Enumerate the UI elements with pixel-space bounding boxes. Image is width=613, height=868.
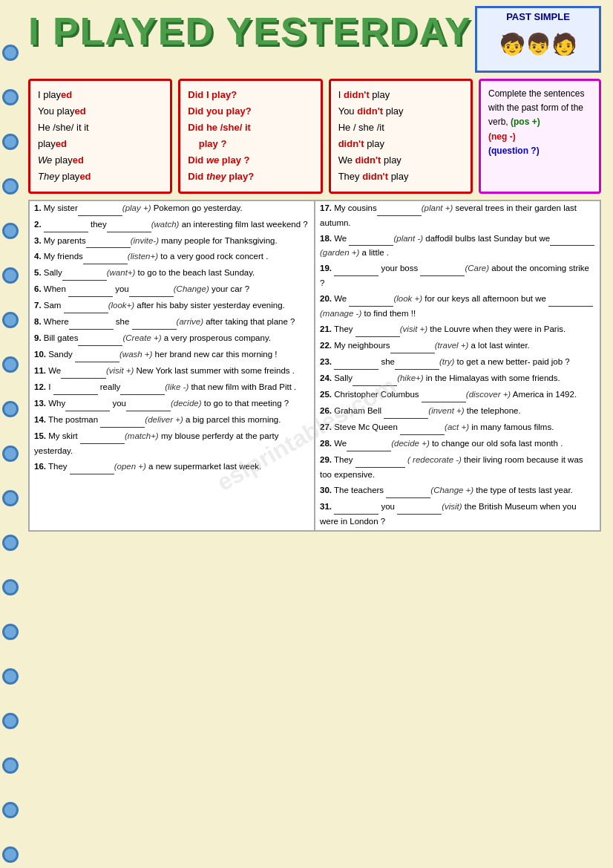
exercise-14: 14. The postman (deliver +) a big parcel… — [34, 413, 309, 428]
exercise-9: 9. Bill gates (Create +) a very prospero… — [34, 331, 309, 346]
exercise-26: 26. Graham Bell (invent +) the telephone… — [320, 404, 595, 419]
exercise-22: 22. My neighbours (travel +) a lot last … — [320, 339, 595, 353]
blank-13b — [126, 397, 171, 411]
instruction-pos: (pos +) — [511, 117, 540, 127]
pos-line-4: We played — [38, 152, 163, 169]
blank-28 — [347, 437, 391, 451]
blank-22 — [390, 339, 435, 353]
exercise-15: 15. My skirt (match+) my blouse perferdy… — [34, 429, 309, 458]
blank-12b — [120, 380, 165, 395]
blank-12a — [53, 380, 98, 395]
exercise-24: 24. Sally (hike+) in the Himalayas with … — [320, 371, 595, 386]
blank-24 — [353, 371, 397, 386]
exercise-17: 17. My cousins (plant +) several trees i… — [320, 201, 595, 230]
exercise-11: 11. We (visit +) New York last summer wi… — [34, 364, 309, 379]
question-box: Did I play? Did you play? Did he /she/ i… — [178, 79, 322, 194]
instruction-neg: (neg -) — [488, 131, 516, 142]
blank-20b — [548, 292, 593, 307]
blank-19a — [334, 261, 378, 276]
exercise-7: 7. Sam (look+) after his baby sister yes… — [34, 298, 309, 313]
exercise-20: 20. We (look +) for our keys all afterno… — [320, 292, 595, 321]
exercise-5: 5. Sally (want+) to go to the beach last… — [34, 266, 309, 281]
instruction-box: Complete the sentences with the past for… — [479, 79, 601, 194]
blank-2b — [107, 218, 151, 232]
blank-3 — [86, 234, 131, 249]
grammar-row: I played You played He /she/ it itplayed… — [28, 79, 601, 194]
blank-9 — [78, 331, 122, 346]
que-line-1: Did I play? — [188, 87, 312, 103]
blank-31a — [334, 500, 378, 515]
blank-2a — [44, 218, 88, 232]
exercise-21: 21. They (visit +) the Louvre when they … — [320, 322, 595, 337]
blank-23b — [395, 355, 439, 370]
instruction-que: (question ?) — [488, 146, 540, 156]
exercise-19: 19. your boss (Care) about the oncoming … — [320, 261, 595, 290]
exercise-23: 23. she (try) to get a new better- paid … — [320, 355, 595, 370]
blank-26 — [384, 404, 428, 419]
pos-line-3: He /she/ it itplayed — [38, 120, 163, 152]
blank-6b — [129, 282, 174, 297]
neg-line-1: I didn't play — [338, 87, 463, 103]
exercise-29: 29. They ( redecorate -) their living ro… — [320, 453, 595, 482]
blank-5 — [62, 266, 107, 281]
blank-18b — [550, 232, 594, 247]
exercise-18: 18. We (plant -) daffodil bulbs last Sun… — [320, 232, 595, 261]
blank-21 — [355, 322, 400, 337]
blank-29 — [355, 453, 405, 468]
blank-20a — [349, 292, 393, 307]
blank-4 — [83, 249, 128, 264]
page-title: I PLAYED YESTERDAY — [28, 6, 472, 55]
exercise-31: 31. you (visit) the British Museum when … — [320, 500, 595, 529]
title-row: I PLAYED YESTERDAY PAST SIMPLE 🧒👦🧑 — [28, 6, 601, 73]
que-line-4: Did we play ? — [188, 152, 312, 169]
blank-7 — [64, 298, 108, 313]
neg-line-4: We didn't play — [338, 152, 463, 169]
blank-8a — [69, 315, 114, 330]
negative-box: I didn't play You didn't play He / she /… — [329, 79, 473, 194]
past-simple-label: PAST SIMPLE — [482, 11, 594, 22]
neg-line-3: He / she /itdidn't play — [338, 120, 463, 152]
blank-1 — [78, 201, 122, 216]
blank-30 — [386, 483, 430, 498]
blank-8b — [132, 315, 177, 330]
pos-line-5: They played — [38, 169, 163, 185]
blank-6a — [68, 282, 113, 297]
blank-10 — [75, 347, 119, 362]
page: I PLAYED YESTERDAY PAST SIMPLE 🧒👦🧑 I pla… — [22, 0, 607, 538]
exercise-3: 3. My parents (invite-) many people for … — [34, 234, 309, 249]
exercise-30: 30. The teachers (Change +) the type of … — [320, 483, 595, 498]
exercise-10: 10. Sandy (wash +) her brand new car thi… — [34, 347, 309, 362]
blank-13a — [65, 397, 110, 411]
blank-15 — [80, 429, 125, 444]
exercise-27: 27. Steve Mc Queen (act +) in many famou… — [320, 420, 595, 435]
blank-16 — [70, 460, 114, 474]
blank-14 — [100, 413, 145, 428]
exercise-col-right: 17. My cousins (plant +) several trees i… — [315, 200, 601, 532]
exercise-25: 25. Christopher Columbus (discover +) Am… — [320, 388, 595, 402]
spiral-binding — [0, 45, 21, 868]
que-line-2: Did you play? — [188, 103, 312, 120]
que-line-3: Did he /she/ it play ? — [188, 120, 312, 152]
blank-11 — [61, 364, 106, 379]
exercise-13: 13. Why you (decide) to go to that meeti… — [34, 397, 309, 411]
exercise-12: 12. I really (like -) that new film with… — [34, 380, 309, 395]
blank-25 — [422, 388, 466, 402]
blank-18a — [349, 232, 393, 247]
exercise-4: 4. My friends (listen+) to a very good r… — [34, 249, 309, 264]
neg-line-2: You didn't play — [338, 103, 463, 120]
exercise-area: 1. My sister (play +) Pokemon go yesterd… — [28, 200, 601, 532]
exercise-28: 28. We (decide +) to change our old sofa… — [320, 437, 595, 451]
exercise-2: 2. they (watch) an interesting film last… — [34, 218, 309, 232]
blank-17 — [377, 201, 422, 216]
pos-line-2: You played — [38, 103, 163, 120]
neg-line-5: They didn't play — [338, 169, 463, 185]
blank-31b — [397, 500, 442, 515]
blank-23a — [334, 355, 378, 370]
past-simple-illustration: 🧒👦🧑 — [482, 24, 594, 65]
blank-27 — [400, 420, 445, 435]
exercise-8: 8. Where she (arrive) after taking that … — [34, 315, 309, 330]
positive-box: I played You played He /she/ it itplayed… — [28, 79, 172, 194]
exercise-16: 16. They (open +) a new supermarket last… — [34, 460, 309, 474]
pos-line-1: I played — [38, 87, 163, 103]
exercise-1: 1. My sister (play +) Pokemon go yesterd… — [34, 201, 309, 216]
